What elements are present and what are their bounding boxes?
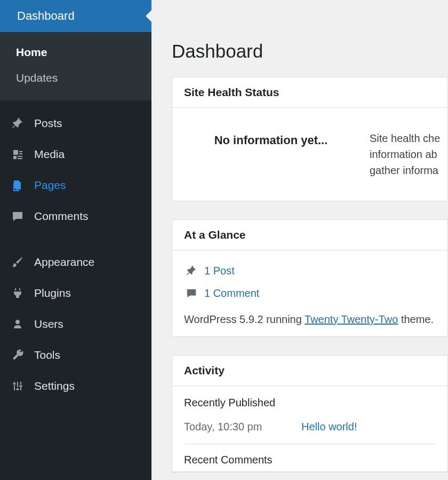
sidebar-item-label: Users (34, 318, 63, 331)
sidebar-item-label: Tools (34, 349, 60, 361)
site-health-desc-line: Site health che (370, 130, 440, 146)
pages-icon (11, 178, 25, 192)
sidebar-item-plugins[interactable]: Plugins (0, 278, 151, 309)
admin-sidebar: Dashboard Home Updates Posts Media Pages… (0, 0, 151, 480)
glance-posts: 1 Post (184, 263, 436, 278)
dashboard-submenu: Home Updates (0, 32, 151, 100)
site-health-desc-line: information ab (370, 146, 440, 162)
comments-icon (11, 209, 25, 223)
site-health-widget: Site Health Status No information yet...… (172, 77, 448, 201)
submenu-item-home[interactable]: Home (0, 40, 151, 65)
pushpin-icon (11, 116, 25, 130)
sidebar-item-label: Posts (34, 117, 62, 130)
sidebar-item-label: Settings (34, 380, 75, 392)
activity-widget: Activity Recently Published Today, 10:30… (172, 355, 448, 473)
sidebar-item-pages[interactable]: Pages (0, 170, 151, 201)
sidebar-item-label: Pages (34, 179, 66, 192)
site-health-header: Site Health Status (172, 77, 447, 108)
activity-recently-published: Recently Published (184, 397, 436, 409)
glance-footer-pre: WordPress 5.9.2 running (184, 313, 305, 325)
activity-row: Today, 10:30 pm Hello world! (184, 421, 436, 433)
sidebar-item-label: Media (34, 148, 65, 161)
comments-icon (184, 286, 199, 301)
glance-comments-link[interactable]: 1 Comment (204, 287, 259, 300)
glance-footer: WordPress 5.9.2 running Twenty Twenty-Tw… (184, 313, 436, 326)
site-health-heading: Site Health Status (184, 86, 436, 99)
media-icon (11, 147, 25, 161)
sidebar-item-dashboard[interactable]: Dashboard (0, 0, 151, 32)
submenu-item-updates[interactable]: Updates (0, 65, 151, 91)
sidebar-item-posts[interactable]: Posts (0, 108, 151, 139)
main-content: Dashboard Site Health Status No informat… (151, 0, 448, 480)
sidebar-item-users[interactable]: Users (0, 309, 151, 340)
sidebar-item-media[interactable]: Media (0, 139, 151, 170)
activity-post-link[interactable]: Hello world! (301, 421, 357, 433)
activity-heading: Activity (184, 364, 436, 377)
sidebar-item-settings[interactable]: Settings (0, 371, 151, 402)
at-a-glance-widget: At a Glance 1 Post 1 Comment WordPress 5… (172, 219, 448, 337)
sidebar-item-comments[interactable]: Comments (0, 201, 151, 232)
plug-icon (11, 286, 25, 300)
site-health-description: Site health che information ab gather in… (370, 130, 440, 178)
pushpin-icon (184, 263, 199, 278)
activity-recent-comments: Recent Comments (184, 444, 436, 466)
glance-header: At a Glance (172, 220, 447, 250)
brush-icon (11, 255, 25, 269)
glance-posts-link[interactable]: 1 Post (204, 265, 235, 277)
glance-heading: At a Glance (184, 229, 436, 241)
user-icon (11, 317, 25, 331)
divider (172, 471, 447, 472)
sidebar-item-label: Plugins (34, 287, 71, 300)
sliders-icon (11, 379, 25, 393)
activity-header: Activity (172, 356, 447, 386)
page-title: Dashboard (172, 0, 448, 77)
sidebar-item-label: Comments (34, 210, 89, 223)
glance-footer-post: theme. (398, 313, 434, 325)
sidebar-item-label: Appearance (34, 256, 94, 269)
activity-time: Today, 10:30 pm (184, 421, 301, 433)
site-health-status-text: No information yet... (172, 130, 370, 147)
wrench-icon (11, 348, 25, 362)
glance-comments: 1 Comment (184, 286, 436, 301)
sidebar-item-tools[interactable]: Tools (0, 340, 151, 371)
glance-theme-link[interactable]: Twenty Twenty-Two (305, 313, 398, 325)
sidebar-item-label: Dashboard (17, 9, 75, 23)
site-health-desc-line: gather informa (370, 162, 440, 178)
sidebar-item-appearance[interactable]: Appearance (0, 247, 151, 278)
